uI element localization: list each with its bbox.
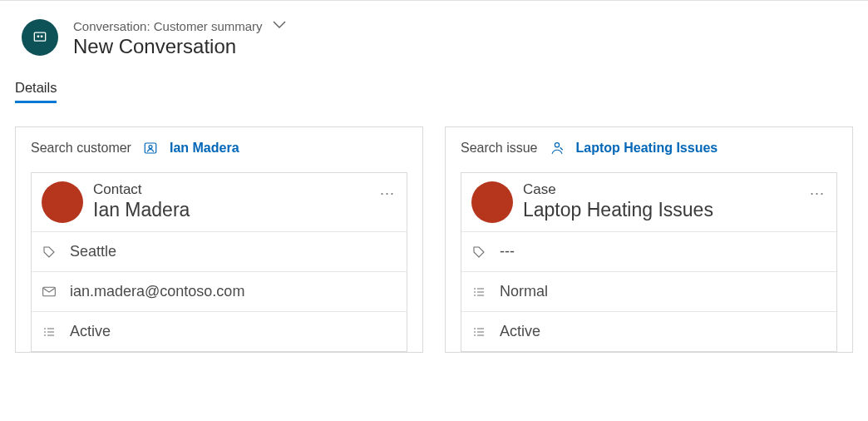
- list-icon: [471, 326, 486, 338]
- case-link-icon: [550, 141, 565, 156]
- issue-link[interactable]: Laptop Heating Issues: [576, 141, 718, 156]
- card-type-label: Case: [523, 181, 826, 198]
- customer-panel-header: Search customer Ian Madera: [31, 141, 407, 156]
- tab-details[interactable]: Details: [15, 80, 57, 103]
- conversation-icon: [22, 19, 58, 56]
- email-value: ian.madera@contoso.com: [70, 283, 244, 300]
- avatar: [471, 181, 513, 223]
- breadcrumb-label: Conversation: Customer summary: [73, 19, 263, 33]
- issue-panel-header: Search issue Laptop Heating Issues: [461, 141, 837, 156]
- search-customer-label: Search customer: [31, 141, 131, 156]
- location-row: Seattle: [32, 231, 407, 271]
- priority-value: Normal: [500, 283, 548, 300]
- customer-link[interactable]: Ian Madera: [170, 141, 239, 156]
- tag-icon: [42, 245, 57, 259]
- svg-rect-2: [41, 36, 43, 38]
- card-name: Ian Madera: [93, 198, 397, 222]
- page-title: New Conversation: [73, 35, 286, 58]
- chevron-down-icon: [273, 17, 286, 32]
- mail-icon: [42, 286, 57, 297]
- customer-panel: Search customer Ian Madera Contact Ian M…: [15, 126, 423, 353]
- svg-rect-1: [37, 36, 40, 38]
- contact-link-icon: [143, 141, 158, 156]
- customer-card-header: Contact Ian Madera ···: [32, 173, 407, 231]
- email-row: ian.madera@contoso.com: [32, 271, 407, 311]
- avatar: [42, 181, 83, 223]
- search-issue-label: Search issue: [461, 141, 538, 156]
- priority-row: Normal: [461, 271, 836, 311]
- breadcrumb[interactable]: Conversation: Customer summary: [73, 19, 286, 33]
- page-header: Conversation: Customer summary New Conve…: [0, 1, 868, 58]
- location-value: ---: [500, 243, 515, 260]
- svg-rect-0: [34, 32, 45, 41]
- card-name: Laptop Heating Issues: [523, 198, 826, 222]
- status-value: Active: [70, 323, 111, 340]
- list-icon: [42, 326, 57, 338]
- customer-card: Contact Ian Madera ··· Seattle: [31, 172, 407, 352]
- list-icon: [471, 286, 486, 298]
- issue-card-header: Case Laptop Heating Issues ···: [461, 173, 836, 231]
- status-value: Active: [500, 323, 540, 340]
- status-row: Active: [461, 311, 836, 351]
- more-options-button[interactable]: ···: [810, 185, 825, 202]
- svg-point-6: [555, 143, 559, 147]
- svg-rect-5: [43, 287, 56, 296]
- svg-point-4: [149, 146, 152, 149]
- more-options-button[interactable]: ···: [380, 185, 395, 202]
- status-row: Active: [32, 311, 407, 351]
- header-text: Conversation: Customer summary New Conve…: [73, 19, 286, 58]
- issue-card: Case Laptop Heating Issues ··· ---: [461, 172, 837, 352]
- location-row: ---: [461, 231, 836, 271]
- issue-panel: Search issue Laptop Heating Issues Case …: [445, 126, 853, 353]
- card-type-label: Contact: [93, 181, 397, 198]
- tag-icon: [471, 245, 486, 259]
- panel-row: Search customer Ian Madera Contact Ian M…: [0, 103, 868, 353]
- location-value: Seattle: [70, 243, 116, 260]
- tab-bar: Details: [15, 80, 868, 103]
